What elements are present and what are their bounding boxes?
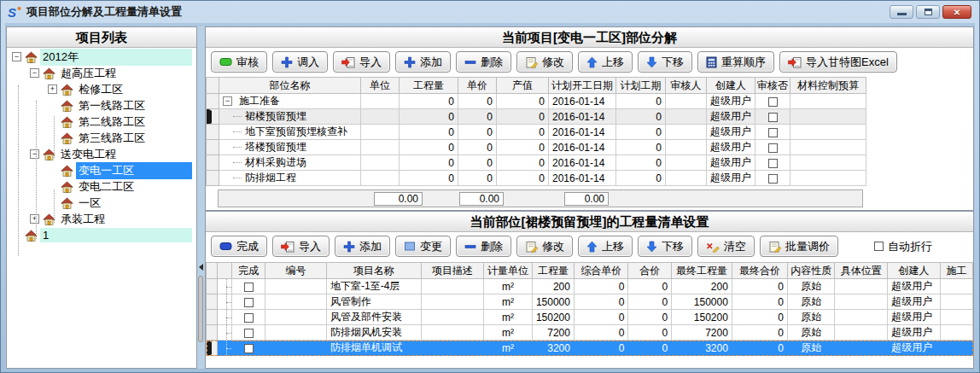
collapse-icon[interactable]: −	[12, 52, 21, 61]
panel-splitter[interactable]	[197, 26, 205, 369]
cell-qty[interactable]: 3200	[532, 341, 574, 356]
cell-creator[interactable]: 超级用户	[888, 310, 941, 325]
row-indicator[interactable]	[207, 310, 218, 325]
cell-name[interactable]: 地下室-1至-4层	[326, 279, 421, 294]
cell-desc[interactable]	[421, 341, 483, 356]
recalc-order-button[interactable]: 重算顺序	[697, 51, 774, 73]
cell-tail[interactable]	[941, 341, 973, 356]
cell-final-amount[interactable]: 0	[732, 279, 787, 294]
cell-price[interactable]: 0	[458, 171, 497, 186]
row-indicator[interactable]	[207, 94, 219, 109]
tree-node-2012[interactable]: − 2012年	[7, 49, 196, 65]
cell-done[interactable]	[231, 325, 265, 341]
cell-no[interactable]	[265, 341, 327, 356]
cell-audited[interactable]	[755, 94, 790, 109]
cell-name[interactable]: 防排烟风机安装	[326, 325, 421, 341]
cell-duration[interactable]: 0	[616, 109, 666, 125]
cell-name[interactable]: −施工准备	[219, 94, 361, 109]
restore-button[interactable]	[916, 5, 940, 19]
cell-auditor[interactable]	[666, 155, 707, 171]
cell-name[interactable]: 地下室预留预埋核查补	[219, 125, 361, 140]
cell-unit[interactable]	[361, 125, 400, 140]
cell-tail[interactable]	[941, 310, 973, 325]
cell-amount[interactable]: 0	[628, 279, 672, 294]
row-indicator[interactable]	[207, 155, 219, 171]
cell-output[interactable]: 0	[497, 109, 549, 125]
cell-qty[interactable]: 0	[400, 94, 458, 109]
cell-qty[interactable]: 0	[400, 171, 458, 186]
minimize-button[interactable]	[890, 5, 913, 19]
tree-node-maintenance-area[interactable]: + 检修工区	[7, 81, 196, 97]
table-row[interactable]: 塔楼预留预埋 0 0 0 2016-01-14 0 超级用户	[207, 140, 866, 155]
cell-start-date[interactable]: 2016-01-14	[549, 171, 616, 186]
cell-unit[interactable]: m²	[483, 325, 532, 341]
import-button[interactable]: 导入	[333, 51, 390, 73]
cell-final-qty[interactable]: 7200	[672, 325, 732, 341]
tree-node-label[interactable]: 1	[40, 228, 192, 242]
cell-nature[interactable]: 原始	[787, 310, 834, 325]
cell-unit[interactable]	[361, 140, 400, 155]
done-checkbox[interactable]	[244, 344, 254, 353]
cell-nature[interactable]: 原始	[787, 341, 834, 356]
move-up-button[interactable]: 上移	[578, 51, 633, 73]
tree-node-label[interactable]: 第二线路工区	[76, 114, 192, 131]
add-button[interactable]: 添加	[395, 51, 451, 73]
table-row[interactable]: −施工准备 0 0 0 2016-01-14 0 超级用户	[207, 94, 866, 109]
cell-tail[interactable]	[941, 279, 973, 294]
cell-no[interactable]	[265, 325, 327, 341]
cell-no[interactable]	[265, 279, 327, 294]
cell-qty[interactable]: 150000	[532, 294, 574, 310]
import-gantt-excel-button[interactable]: 导入甘特图Excel	[779, 51, 897, 73]
cell-final-qty[interactable]: 3200	[672, 341, 732, 356]
table-row[interactable]: 风管制作 m² 150000 0 0 150000 0 原始 超级用户	[207, 294, 973, 310]
cell-location[interactable]	[835, 341, 888, 356]
modify-button[interactable]: 修改	[516, 236, 573, 257]
cell-amount[interactable]: 0	[628, 310, 672, 325]
delete-button[interactable]: 删除	[456, 51, 511, 73]
expand-icon[interactable]: +	[48, 85, 57, 94]
cell-amount[interactable]: 0	[628, 294, 672, 310]
tree-node-label[interactable]: 检修工区	[76, 81, 192, 98]
tree-node-label[interactable]: 一区	[76, 195, 192, 212]
cell-start-date[interactable]: 2016-01-14	[549, 140, 616, 155]
cell-creator[interactable]: 超级用户	[707, 94, 755, 109]
change-button[interactable]: 变更	[395, 236, 451, 257]
row-indicator[interactable]	[207, 294, 218, 310]
checkbox-icon[interactable]	[874, 242, 884, 251]
cell-price[interactable]: 0	[458, 155, 497, 171]
cell-name[interactable]: 裙楼预留预埋	[219, 109, 361, 125]
collapse-icon[interactable]: −	[223, 96, 232, 106]
cell-final-amount[interactable]: 0	[732, 310, 787, 325]
cell-audited[interactable]	[755, 171, 790, 186]
cell-unit-price[interactable]: 0	[574, 341, 627, 356]
tree-node-label[interactable]: 超高压工程	[58, 65, 192, 82]
cell-desc[interactable]	[421, 325, 483, 341]
cell-audited[interactable]	[755, 109, 790, 125]
tree-node-label[interactable]: 第三线路工区	[76, 130, 192, 147]
cell-price[interactable]: 0	[458, 125, 497, 140]
audited-checkbox[interactable]	[768, 174, 778, 184]
cell-duration[interactable]: 0	[616, 171, 666, 186]
table-row[interactable]: 裙楼预留预埋 0 0 0 2016-01-14 0 超级用户	[207, 109, 866, 125]
cell-final-qty[interactable]: 150000	[672, 294, 732, 310]
cell-qty[interactable]: 0	[400, 155, 458, 171]
tree-node-label[interactable]: 变电一工区	[76, 162, 192, 179]
audited-checkbox[interactable]	[768, 97, 778, 107]
cell-qty[interactable]: 0	[400, 109, 458, 125]
row-indicator[interactable]	[207, 341, 218, 356]
add-button[interactable]: 添加	[335, 236, 390, 257]
audited-checkbox[interactable]	[768, 159, 778, 168]
cell-done[interactable]	[231, 310, 265, 325]
cell-budget[interactable]	[790, 94, 866, 109]
cell-name[interactable]: 塔楼预留预埋	[219, 140, 361, 155]
cell-unit-price[interactable]: 0	[574, 279, 627, 294]
cell-location[interactable]	[835, 310, 888, 325]
cell-done[interactable]	[231, 294, 265, 310]
cell-output[interactable]: 0	[497, 140, 549, 155]
cell-budget[interactable]	[790, 109, 866, 125]
cell-unit-price[interactable]: 0	[574, 310, 627, 325]
cell-final-qty[interactable]: 150200	[672, 310, 732, 325]
audited-checkbox[interactable]	[768, 128, 778, 137]
done-checkbox[interactable]	[244, 329, 254, 338]
table-row[interactable]: 防排烟风机安装 m² 7200 0 0 7200 0 原始 超级用户	[207, 325, 973, 341]
